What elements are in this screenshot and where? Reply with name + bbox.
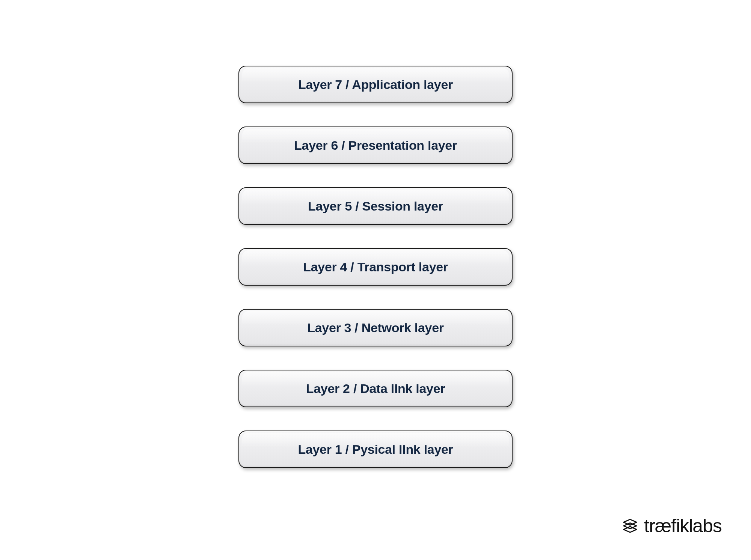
layer-1-label: Layer 1 / Pysical lInk layer [298, 442, 453, 457]
osi-layers-stack: Layer 7 / Application layer Layer 6 / Pr… [238, 66, 513, 468]
layer-3-label: Layer 3 / Network layer [307, 321, 444, 335]
layer-4-label: Layer 4 / Transport layer [303, 260, 448, 274]
brand-text: træfiklabs [644, 515, 722, 537]
layer-1-box: Layer 1 / Pysical lInk layer [238, 431, 513, 468]
layer-2-box: Layer 2 / Data lInk layer [238, 370, 513, 407]
layer-3-box: Layer 3 / Network layer [238, 309, 513, 346]
layer-5-label: Layer 5 / Session layer [308, 199, 443, 214]
brand-name-bold: træfik [644, 515, 689, 537]
layer-2-label: Layer 2 / Data lInk layer [306, 381, 445, 396]
traefik-icon [621, 517, 639, 534]
layer-6-box: Layer 6 / Presentation layer [238, 126, 513, 164]
layer-5-box: Layer 5 / Session layer [238, 187, 513, 225]
layer-6-label: Layer 6 / Presentation layer [294, 138, 457, 153]
layer-7-label: Layer 7 / Application layer [298, 77, 453, 92]
layer-4-box: Layer 4 / Transport layer [238, 248, 513, 286]
brand-logo: træfiklabs [621, 515, 722, 537]
brand-name-light: labs [689, 515, 722, 537]
layer-7-box: Layer 7 / Application layer [238, 66, 513, 103]
